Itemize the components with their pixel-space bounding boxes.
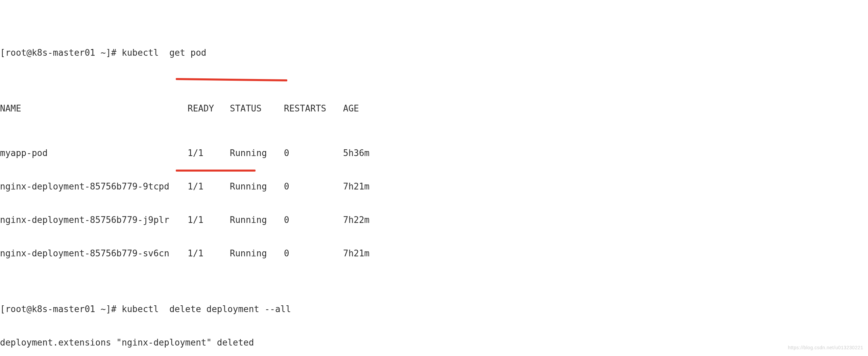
table-row: nginx-deployment-85756b779-sv6cn 1/1 Run… xyxy=(0,248,868,259)
cell-rest: 0 xyxy=(284,248,343,259)
table-row: nginx-deployment-85756b779-9tcpd 1/1 Run… xyxy=(0,181,868,192)
annotation-underline-icon xyxy=(176,170,256,172)
cell-ready: 1/1 xyxy=(188,181,230,192)
terminal-output: [root@k8s-master01 ~]# kubectl get pod N… xyxy=(0,0,868,356)
cell-age: 5h36m xyxy=(343,148,411,159)
delete-deploy-output: deployment.extensions "nginx-deployment"… xyxy=(0,337,254,348)
table-header: NAME READY STATUS RESTARTS AGE xyxy=(0,103,868,114)
cmd-get-pod-1: kubectl get pod xyxy=(122,47,206,58)
cell-rest: 0 xyxy=(284,181,343,192)
cell-name: nginx-deployment-85756b779-sv6cn xyxy=(0,248,188,259)
watermark: https://blog.csdn.net/u013230221 xyxy=(788,342,863,353)
cell-ready: 1/1 xyxy=(188,148,230,159)
cell-name: nginx-deployment-85756b779-9tcpd xyxy=(0,181,188,192)
prompt: [root@k8s-master01 ~]# xyxy=(0,47,122,58)
prompt: [root@k8s-master01 ~]# xyxy=(0,304,122,315)
cell-status: Running xyxy=(230,248,284,259)
prompt-line: [root@k8s-master01 ~]# kubectl delete de… xyxy=(0,304,868,315)
cell-status: Running xyxy=(230,148,284,159)
col-status: STATUS xyxy=(230,103,284,114)
cmd-delete-deploy: kubectl delete deployment --all xyxy=(122,304,291,315)
cell-age: 7h21m xyxy=(343,248,411,259)
cell-age: 7h21m xyxy=(343,181,411,192)
cell-name: nginx-deployment-85756b779-j9plr xyxy=(0,214,188,226)
cell-status: Running xyxy=(230,214,284,226)
table-row: myapp-pod 1/1 Running 0 5h36m xyxy=(0,148,868,159)
col-name: NAME xyxy=(0,103,188,114)
cell-ready: 1/1 xyxy=(188,248,230,259)
col-age: AGE xyxy=(343,103,411,114)
cell-rest: 0 xyxy=(284,214,343,226)
cell-name: myapp-pod xyxy=(0,148,188,159)
cell-age: 7h22m xyxy=(343,214,411,226)
cell-ready: 1/1 xyxy=(188,214,230,226)
prompt-line: [root@k8s-master01 ~]# kubectl get pod xyxy=(0,47,868,58)
col-restarts: RESTARTS xyxy=(284,103,343,114)
output-line: deployment.extensions "nginx-deployment"… xyxy=(0,337,868,348)
table-row: nginx-deployment-85756b779-j9plr 1/1 Run… xyxy=(0,214,868,226)
col-ready: READY xyxy=(188,103,230,114)
cell-rest: 0 xyxy=(284,148,343,159)
cell-status: Running xyxy=(230,181,284,192)
